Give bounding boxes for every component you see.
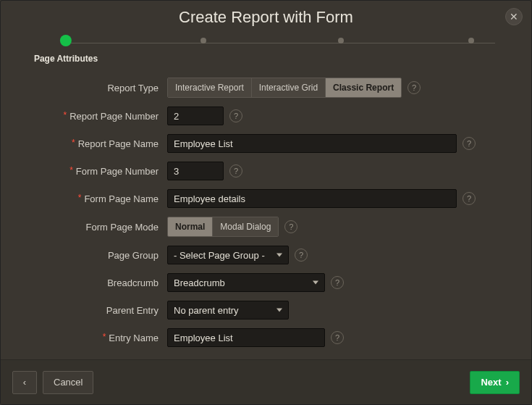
wizard-step-4[interactable] <box>468 38 474 43</box>
page-group-select[interactable]: - Select Page Group - <box>167 246 289 264</box>
row-form-page-mode: Form Page Mode Normal Modal Dialog ? <box>15 217 511 237</box>
help-form-page-number[interactable]: ? <box>229 164 242 178</box>
close-icon: ✕ <box>510 11 518 22</box>
row-report-page-name: Report Page Name ? <box>15 134 511 153</box>
wizard-step-2[interactable] <box>200 38 206 43</box>
wizard-step-1[interactable]: Page Attributes <box>34 38 98 64</box>
label-report-type: Report Type <box>15 83 167 93</box>
row-form-page-number: Form Page Number ? <box>15 162 511 180</box>
help-report-page-number[interactable]: ? <box>229 109 242 122</box>
report-page-number-input[interactable] <box>167 107 224 125</box>
report-type-segmented: Interactive Report Interactive Grid Clas… <box>167 78 402 98</box>
wizard-label-1: Page Attributes <box>34 54 98 64</box>
chevron-right-icon: › <box>506 377 509 388</box>
form-page-number-input[interactable] <box>167 162 224 180</box>
report-page-name-input[interactable] <box>167 134 457 153</box>
row-form-page-name: Form Page Name ? <box>15 189 511 208</box>
label-entry-name: Entry Name <box>15 333 167 343</box>
form-page-name-input[interactable] <box>167 189 457 208</box>
wizard-step-3[interactable] <box>338 38 344 43</box>
report-type-interactive-report[interactable]: Interactive Report <box>168 78 252 97</box>
dialog-title: Create Report with Form <box>12 8 520 27</box>
ctrl-breadcrumb: Breadcrumb ? <box>167 273 511 292</box>
label-page-group: Page Group <box>15 250 167 261</box>
help-report-page-name[interactable]: ? <box>463 137 476 150</box>
form-page-mode-normal[interactable]: Normal <box>168 217 213 236</box>
form-page-mode-segmented: Normal Modal Dialog <box>167 217 279 237</box>
wizard-dot-4 <box>468 38 474 43</box>
wizard-progress: Page Attributes <box>22 36 510 66</box>
label-report-page-name: Report Page Name <box>15 138 167 149</box>
help-entry-name[interactable]: ? <box>331 331 344 344</box>
row-parent-entry: Parent Entry No parent entry <box>15 301 511 320</box>
ctrl-report-type: Interactive Report Interactive Grid Clas… <box>167 78 511 98</box>
parent-entry-select[interactable]: No parent entry <box>167 301 289 320</box>
label-form-page-mode: Form Page Mode <box>15 222 167 233</box>
ctrl-form-page-name: ? <box>167 189 511 208</box>
help-form-page-name[interactable]: ? <box>463 192 476 205</box>
wizard-dot-2 <box>200 38 206 43</box>
ctrl-parent-entry: No parent entry <box>167 301 511 320</box>
report-type-classic-report[interactable]: Classic Report <box>326 78 401 97</box>
row-report-type: Report Type Interactive Report Interacti… <box>15 78 511 98</box>
wizard-line <box>66 43 495 43</box>
back-button[interactable]: ‹ <box>12 371 37 394</box>
chevron-left-icon: ‹ <box>23 377 26 388</box>
cancel-button[interactable]: Cancel <box>43 371 93 394</box>
wizard-dot-3 <box>338 38 344 43</box>
ctrl-form-page-number: ? <box>167 162 511 180</box>
ctrl-entry-name: ? <box>167 328 511 347</box>
form-area: Report Type Interactive Report Interacti… <box>1 78 531 359</box>
ctrl-form-page-mode: Normal Modal Dialog ? <box>167 217 511 237</box>
label-form-page-number: Form Page Number <box>15 166 167 177</box>
ctrl-report-page-name: ? <box>167 134 511 153</box>
title-bar: Create Report with Form ✕ <box>1 1 531 33</box>
ctrl-page-group: - Select Page Group - ? <box>167 246 511 264</box>
label-breadcrumb: Breadcrumb <box>15 277 167 288</box>
row-page-group: Page Group - Select Page Group - ? <box>15 246 511 264</box>
row-report-page-number: Report Page Number ? <box>15 107 511 125</box>
next-button[interactable]: Next › <box>470 371 520 394</box>
next-label: Next <box>481 377 501 388</box>
page-group-value: - Select Page Group - <box>174 250 265 261</box>
breadcrumb-value: Breadcrumb <box>174 277 225 288</box>
report-type-interactive-grid[interactable]: Interactive Grid <box>252 78 326 97</box>
help-breadcrumb[interactable]: ? <box>331 276 344 289</box>
row-entry-name: Entry Name ? <box>15 328 511 347</box>
ctrl-report-page-number: ? <box>167 107 511 125</box>
help-page-group[interactable]: ? <box>295 249 308 262</box>
dialog-footer: ‹ Cancel Next › <box>1 359 531 404</box>
help-form-page-mode[interactable]: ? <box>284 220 297 233</box>
wizard-dot-1 <box>60 35 72 46</box>
label-form-page-name: Form Page Name <box>15 193 167 204</box>
breadcrumb-select[interactable]: Breadcrumb <box>167 273 325 292</box>
parent-entry-value: No parent entry <box>174 305 239 316</box>
label-parent-entry: Parent Entry <box>15 305 167 316</box>
entry-name-input[interactable] <box>167 328 325 347</box>
row-breadcrumb: Breadcrumb Breadcrumb ? <box>15 273 511 292</box>
form-page-mode-modal[interactable]: Modal Dialog <box>213 217 278 236</box>
create-report-dialog: Create Report with Form ✕ Page Attribute… <box>0 0 532 405</box>
label-report-page-number: Report Page Number <box>15 111 167 122</box>
help-report-type[interactable]: ? <box>408 81 421 94</box>
close-button[interactable]: ✕ <box>505 8 523 25</box>
